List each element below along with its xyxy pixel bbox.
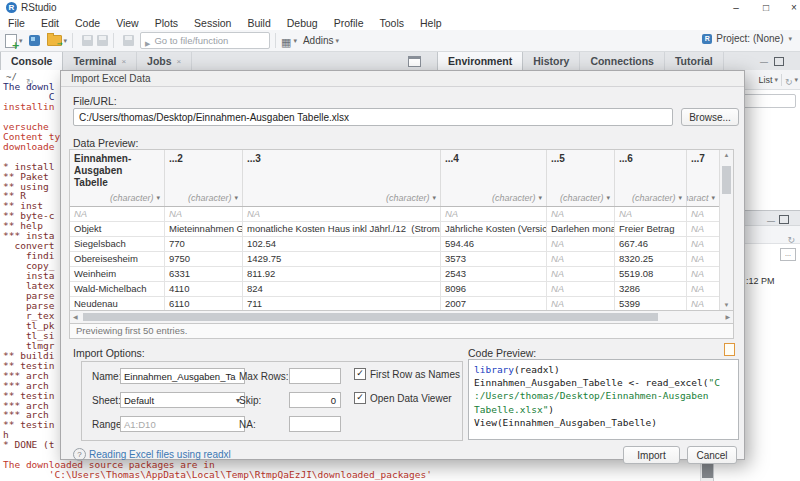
chevron-down-icon[interactable]: ▾ [606, 194, 610, 202]
pane-minimize-icon[interactable]: — [760, 57, 768, 66]
tab-tutorial[interactable]: Tutorial [665, 52, 724, 70]
menu-edit[interactable]: Edit [33, 17, 67, 29]
goto-file-function-input[interactable]: Go to file/function [140, 32, 270, 49]
range-input[interactable]: A1:D10 [120, 416, 245, 432]
list-view-dropdown[interactable]: List [758, 75, 772, 85]
column-header[interactable]: ...5(character)▾ [547, 150, 615, 206]
menu-tools[interactable]: Tools [371, 17, 412, 29]
scrollbar-thumb[interactable] [722, 166, 731, 194]
import-excel-dialog: Import Excel Data File/URL: C:/Users/tho… [60, 70, 745, 460]
cancel-button[interactable]: Cancel [687, 446, 737, 464]
menu-build[interactable]: Build [239, 17, 278, 29]
table-cell: NA [165, 207, 243, 221]
pane-maximize-icon[interactable] [774, 57, 784, 66]
pane-maximize-icon[interactable] [779, 215, 789, 224]
chevron-down-icon[interactable]: ▾ [234, 194, 238, 202]
file-url-input[interactable]: C:/Users/thomas/Desktop/Einnahmen-Ausgab… [73, 108, 673, 126]
table-row: Obereisesheim97501429.753573NA8320.25NA [70, 252, 719, 267]
workspace-grid-icon[interactable] [281, 32, 291, 50]
tab-history[interactable]: History [523, 52, 580, 70]
addins-menu[interactable]: Addins [303, 35, 334, 46]
scroll-left-icon[interactable]: ◀ [73, 313, 78, 320]
open-file-icon[interactable] [47, 35, 62, 46]
column-header[interactable]: ...6(character)▾ [615, 150, 687, 206]
help-icon[interactable]: ? [73, 448, 86, 461]
chevron-down-icon[interactable]: ▾ [336, 37, 340, 45]
chevron-down-icon[interactable]: ▾ [794, 76, 798, 84]
scroll-up-icon[interactable]: ▲ [720, 152, 733, 158]
chevron-down-icon[interactable]: ▾ [678, 194, 682, 202]
code-preview-box[interactable]: library(readxl)Einnahmen_Ausgaben_Tabell… [468, 359, 739, 440]
na-input[interactable] [289, 416, 341, 432]
close-icon[interactable]: × [177, 57, 182, 66]
menu-view[interactable]: View [108, 17, 147, 29]
chevron-down-icon[interactable]: ▾ [432, 194, 436, 202]
column-header[interactable]: ...4(character)▾ [441, 150, 547, 206]
checkbox-icon[interactable]: ✓ [354, 368, 366, 380]
sheet-select[interactable]: Default [120, 392, 245, 408]
menu-code[interactable]: Code [67, 17, 108, 29]
table-cell: NA [687, 207, 719, 221]
skip-label: Skip: [239, 395, 261, 406]
column-header[interactable]: Einnahmen- Ausgaben Tabelle(character)▾ [70, 150, 165, 206]
checkbox-icon[interactable]: ✓ [354, 392, 366, 404]
menu-help[interactable]: Help [412, 17, 450, 29]
copy-code-icon[interactable] [724, 343, 735, 356]
dialog-title[interactable]: Import Excel Data [61, 71, 744, 87]
column-header[interactable]: ...2(character)▾ [165, 150, 243, 206]
scroll-right-icon[interactable]: ▶ [725, 313, 730, 320]
scrollbar-thumb[interactable] [83, 313, 658, 321]
table-horizontal-scrollbar[interactable]: ◀ ▶ [69, 311, 734, 324]
pane-window-icon[interactable] [408, 56, 421, 67]
window-close-icon[interactable]: × [784, 1, 800, 14]
tab-connections[interactable]: Connections [580, 52, 665, 70]
table-cell: NA [687, 282, 719, 296]
chevron-down-icon[interactable]: ▾ [774, 76, 778, 84]
first-row-checkbox-row[interactable]: ✓ First Row as Names [354, 368, 460, 380]
tab-jobs[interactable]: Jobs× [137, 52, 192, 70]
table-vertical-scrollbar[interactable]: ▲ ▼ [719, 150, 733, 310]
browse-button[interactable]: Browse... [681, 108, 739, 126]
menu-plots[interactable]: Plots [147, 17, 186, 29]
scroll-down-icon[interactable]: ▼ [720, 302, 733, 308]
column-header[interactable]: ...3(character)▾ [243, 150, 441, 206]
max-rows-input[interactable] [289, 368, 341, 384]
column-name: ...6 [619, 153, 682, 193]
chevron-down-icon[interactable]: ▾ [538, 194, 542, 202]
help-link[interactable]: Reading Excel files using readxl [89, 449, 231, 460]
column-type-label: (character) [560, 193, 604, 203]
pane-minimize-icon[interactable]: — [767, 216, 775, 225]
import-button[interactable]: Import [623, 446, 680, 464]
close-icon[interactable]: × [121, 57, 126, 66]
tab-console[interactable]: Console [0, 52, 63, 70]
name-input[interactable]: Einnahmen_Ausgaben_Ta [120, 368, 245, 384]
window-maximize-icon[interactable]: □ [756, 1, 776, 14]
menu-file[interactable]: File [0, 17, 33, 29]
table-row: Wald-Michelbach41108248096NA3286NA [70, 282, 719, 297]
chevron-down-icon[interactable]: ▾ [156, 194, 160, 202]
refresh-icon[interactable] [785, 71, 793, 89]
code-segment: library [474, 364, 514, 375]
menu-session[interactable]: Session [186, 17, 239, 29]
chevron-down-icon[interactable]: ▾ [293, 37, 297, 45]
menu-debug[interactable]: Debug [279, 17, 326, 29]
new-project-icon[interactable] [29, 35, 40, 46]
skip-input[interactable]: 0 [289, 392, 341, 408]
table-cell: 824 [243, 282, 441, 296]
open-viewer-checkbox-row[interactable]: ✓ Open Data Viewer [354, 392, 452, 404]
chevron-down-icon[interactable]: ▾ [711, 194, 715, 202]
window-minimize-icon[interactable]: – [726, 1, 746, 14]
tab-environment[interactable]: Environment [437, 52, 523, 70]
project-selector[interactable]: R Project: (None) ▾ [702, 33, 792, 44]
table-cell: 770 [165, 237, 243, 251]
menu-profile[interactable]: Profile [326, 17, 372, 29]
column-header[interactable]: ...7(charact▾ [687, 150, 719, 206]
refresh-icon[interactable] [787, 229, 795, 247]
files-more-button[interactable]: ... [780, 248, 796, 261]
code-segment: Einnahmen_Ausgaben_Tabelle <- read_excel… [474, 377, 709, 388]
new-file-icon[interactable] [5, 34, 17, 48]
chevron-down-icon[interactable]: ▾ [64, 37, 68, 45]
import-options-label: Import Options: [73, 347, 145, 359]
tab-terminal[interactable]: Terminal× [63, 52, 137, 70]
sheet-label: Sheet: [92, 395, 121, 406]
